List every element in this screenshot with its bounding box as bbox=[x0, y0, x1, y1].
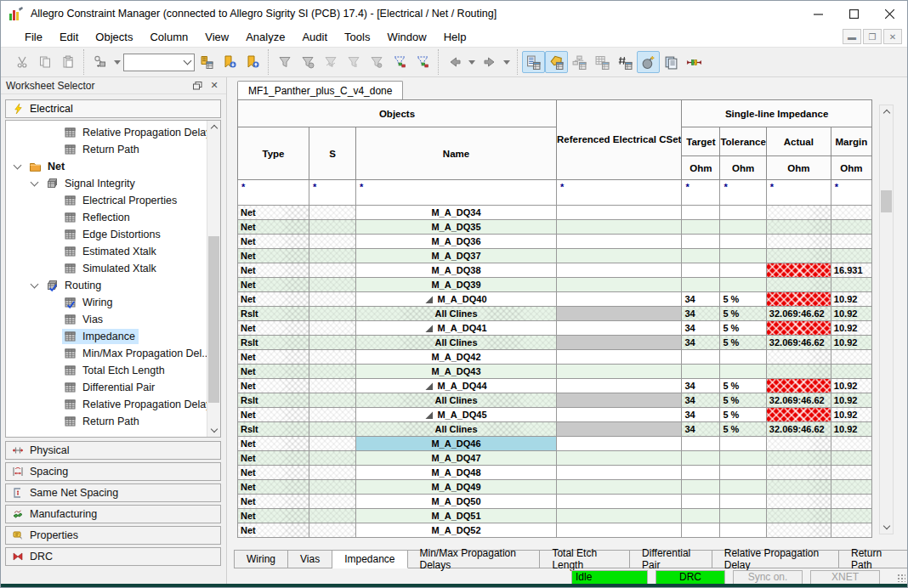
section-properties[interactable]: Properties bbox=[5, 526, 221, 545]
cell-name[interactable]: M_A_DQ52 bbox=[356, 523, 557, 538]
cell-actual[interactable] bbox=[766, 437, 831, 451]
cell-referenced-cset[interactable] bbox=[557, 437, 682, 451]
tab-vias[interactable]: Vias bbox=[288, 550, 332, 568]
cell-tolerance[interactable] bbox=[720, 249, 766, 263]
electrical-domain-header[interactable]: Electrical bbox=[5, 99, 221, 118]
cell-target[interactable] bbox=[682, 235, 720, 249]
cell-s[interactable] bbox=[309, 249, 356, 263]
cell-type[interactable]: Net bbox=[238, 509, 309, 523]
cell-actual[interactable] bbox=[766, 263, 831, 278]
cell-margin[interactable] bbox=[831, 235, 871, 249]
cell-margin[interactable]: 10.92 bbox=[831, 321, 871, 336]
cell-s[interactable] bbox=[309, 509, 356, 523]
cell-target[interactable] bbox=[682, 437, 720, 451]
cell-margin[interactable]: 10.92 bbox=[831, 292, 871, 307]
cell-referenced-cset[interactable] bbox=[557, 336, 682, 350]
cell-s[interactable] bbox=[309, 278, 356, 292]
copy-icon[interactable] bbox=[33, 51, 56, 73]
cell-margin[interactable] bbox=[831, 495, 871, 509]
tab-return-path[interactable]: Return Path bbox=[839, 550, 908, 568]
cell-actual[interactable] bbox=[766, 292, 831, 307]
filter-net-icon[interactable] bbox=[319, 51, 342, 73]
cell-target[interactable] bbox=[682, 278, 720, 292]
tree-item-return-path[interactable]: Return Path bbox=[6, 141, 207, 158]
cell-margin[interactable] bbox=[831, 206, 871, 220]
cell-referenced-cset[interactable] bbox=[557, 206, 682, 220]
section-drc[interactable]: DRC bbox=[5, 547, 221, 566]
xnet-chain-icon[interactable] bbox=[683, 51, 706, 73]
cell-s[interactable] bbox=[309, 466, 356, 480]
cell-actual[interactable] bbox=[766, 480, 831, 495]
cell-name[interactable]: M_A_DQ42 bbox=[356, 350, 557, 365]
cell-target[interactable] bbox=[682, 350, 720, 365]
cell-target[interactable] bbox=[682, 220, 720, 235]
cell-s[interactable] bbox=[309, 336, 356, 350]
cell-actual[interactable] bbox=[766, 206, 831, 220]
header-target[interactable]: Target bbox=[682, 127, 720, 156]
cell-referenced-cset[interactable] bbox=[557, 523, 682, 538]
cell-margin[interactable] bbox=[831, 466, 871, 480]
cell-margin[interactable]: 10.92 bbox=[831, 307, 871, 321]
collapse-chevron-icon[interactable] bbox=[14, 161, 22, 170]
tree-item-wiring[interactable]: Wiring bbox=[6, 294, 207, 311]
cell-name[interactable]: M_A_DQ51 bbox=[356, 509, 557, 523]
worksheet-selector-toggle-icon[interactable] bbox=[522, 51, 545, 73]
notes-icon[interactable] bbox=[660, 51, 683, 73]
expand-triangle-icon[interactable] bbox=[425, 325, 433, 332]
cell-name[interactable]: M_A_DQ44 bbox=[356, 379, 557, 393]
cell-actual[interactable]: 32.069:46.62 bbox=[766, 307, 831, 321]
cell-referenced-cset[interactable] bbox=[557, 379, 682, 393]
mdi-minimize-button[interactable]: ▬ bbox=[843, 29, 861, 44]
cell-type[interactable]: Rslt bbox=[238, 422, 309, 437]
filter-pin-icon[interactable] bbox=[342, 51, 365, 73]
filter-settings-icon[interactable] bbox=[365, 51, 388, 73]
cell-tolerance[interactable]: 5 % bbox=[720, 307, 766, 321]
tree-scrollbar-thumb[interactable] bbox=[208, 236, 219, 403]
object-tag-icon[interactable] bbox=[545, 51, 568, 73]
cell-tolerance[interactable] bbox=[720, 235, 766, 249]
cell-type[interactable]: Net bbox=[238, 495, 309, 509]
cell-tolerance[interactable] bbox=[720, 263, 766, 278]
cut-icon[interactable] bbox=[10, 51, 33, 73]
cell-s[interactable] bbox=[309, 451, 356, 466]
cell-name[interactable]: M_A_DQ41 bbox=[356, 321, 557, 336]
cell-name[interactable]: M_A_DQ47 bbox=[356, 451, 557, 466]
cell-margin[interactable]: 10.92 bbox=[831, 379, 871, 393]
cell-target[interactable] bbox=[682, 480, 720, 495]
status-xnet-toggle[interactable]: XNET bbox=[810, 570, 880, 585]
menu-objects[interactable]: Objects bbox=[87, 28, 141, 46]
cell-referenced-cset[interactable] bbox=[557, 307, 682, 321]
cell-name[interactable]: M_A_DQ46 bbox=[356, 437, 557, 451]
tab-total-etch-length[interactable]: Total Etch Length bbox=[540, 550, 630, 568]
create-net-group-icon[interactable] bbox=[88, 51, 111, 73]
cell-type[interactable]: Net bbox=[238, 523, 309, 538]
cell-s[interactable] bbox=[309, 495, 356, 509]
cell-s[interactable] bbox=[309, 307, 356, 321]
forward-history-dropdown-icon[interactable] bbox=[503, 60, 510, 65]
bookmark-down-icon[interactable] bbox=[218, 51, 241, 73]
cell-margin[interactable] bbox=[831, 365, 871, 379]
cell-name[interactable]: M_A_DQ45 bbox=[356, 408, 557, 422]
menu-analyze[interactable]: Analyze bbox=[237, 28, 293, 46]
cell-s[interactable] bbox=[309, 422, 356, 437]
cell-target[interactable] bbox=[682, 495, 720, 509]
cell-s[interactable] bbox=[309, 523, 356, 538]
tree-item-total-etch-length[interactable]: Total Etch Length bbox=[6, 362, 207, 379]
cell-type[interactable]: Net bbox=[238, 206, 309, 220]
filter-clear-icon[interactable] bbox=[296, 51, 319, 73]
cell-referenced-cset[interactable] bbox=[557, 393, 682, 408]
bookmark-up-icon[interactable] bbox=[241, 51, 264, 73]
cell-margin[interactable] bbox=[831, 451, 871, 466]
cell-margin[interactable] bbox=[831, 220, 871, 235]
cell-tolerance[interactable] bbox=[720, 206, 766, 220]
cell-type[interactable]: Net bbox=[238, 220, 309, 235]
tree-item-return-path[interactable]: Return Path bbox=[6, 413, 207, 430]
section-spacing[interactable]: Spacing bbox=[5, 462, 221, 481]
cell-target[interactable]: 34 bbox=[682, 408, 720, 422]
menu-audit[interactable]: Audit bbox=[293, 28, 336, 46]
analyze-drc-icon[interactable] bbox=[637, 51, 660, 73]
cell-actual[interactable] bbox=[766, 466, 831, 480]
cell-actual[interactable] bbox=[766, 278, 831, 292]
menu-file[interactable]: File bbox=[16, 28, 51, 46]
cell-s[interactable] bbox=[309, 350, 356, 365]
